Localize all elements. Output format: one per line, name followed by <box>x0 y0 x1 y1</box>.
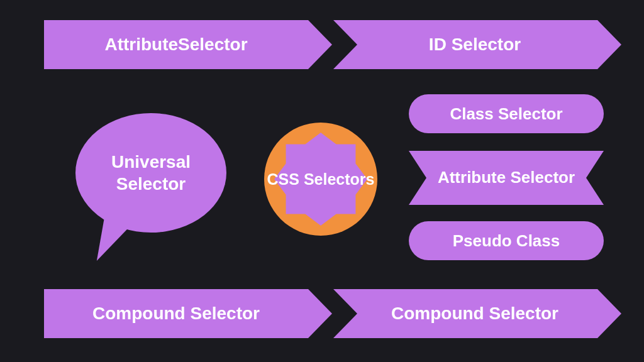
label: Pseudo Class <box>453 231 560 251</box>
speech-bubble-universal-selector: Universal Selector <box>75 113 226 233</box>
label: Compound Selector <box>92 304 260 324</box>
arrow-compound-selector-right: Compound Selector <box>333 289 597 338</box>
label: ID Selector <box>429 35 521 55</box>
pill-pseudo-class: Pseudo Class <box>409 221 604 260</box>
label: Class Selector <box>450 104 562 124</box>
label: AttributeSelector <box>104 35 247 55</box>
arrow-attribute-selector-top: AttributeSelector <box>44 20 308 69</box>
arrow-id-selector: ID Selector <box>333 20 597 69</box>
center-badge-css-selectors: CSS Selectors <box>264 123 377 236</box>
ribbon-attribute-selector: Attribute Selector <box>409 151 604 205</box>
arrow-compound-selector-left: Compound Selector <box>44 289 308 338</box>
label: Attribute Selector <box>438 168 575 187</box>
label: Universal Selector <box>75 151 226 195</box>
label: Compound Selector <box>391 304 558 324</box>
pill-class-selector: Class Selector <box>409 94 604 133</box>
label: CSS Selectors <box>264 123 377 236</box>
